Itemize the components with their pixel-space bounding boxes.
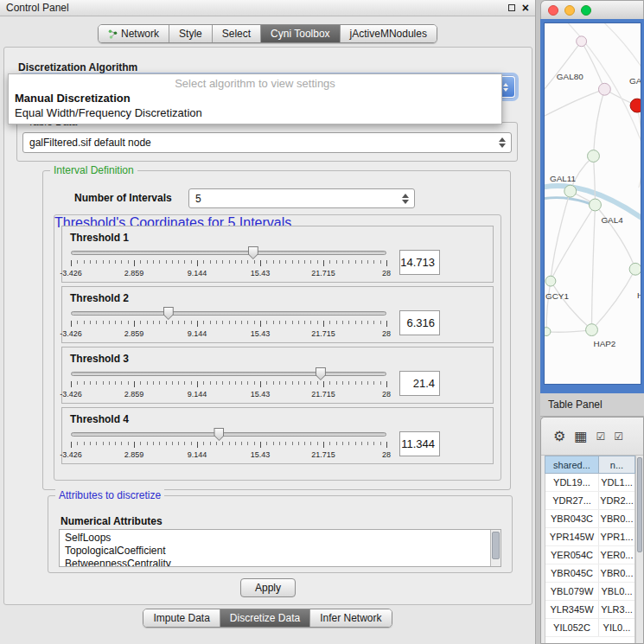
number-of-intervals-combobox[interactable]: 5	[188, 188, 415, 208]
threshold-slider[interactable]: -3.4262.8599.14415.4321.71528	[70, 245, 387, 279]
apply-button[interactable]: Apply	[240, 578, 296, 597]
tab-label: Style	[179, 28, 202, 40]
traffic-close-button[interactable]	[548, 5, 558, 16]
network-window-frame: GAL80GAGAL11GAL4GCY1HHAP2	[540, 19, 644, 393]
table-row[interactable]: YBL079WYBL0...	[545, 583, 634, 601]
threshold-panel: Threshold 1-3.4262.8599.14415.4321.71528…	[61, 226, 494, 283]
threshold-label: Threshold 4	[70, 413, 485, 425]
algorithm-popup: Select algorithm to view settings Manual…	[8, 73, 502, 124]
tab-infer-network[interactable]: Infer Network	[310, 609, 391, 627]
table-cell: YDR27...	[545, 492, 599, 509]
slider-thumb[interactable]	[248, 246, 258, 259]
tab-network[interactable]: Network	[99, 25, 169, 42]
slider-track[interactable]	[71, 432, 386, 437]
close-window-icon[interactable]: ×	[522, 2, 529, 14]
slider-track[interactable]	[71, 251, 386, 255]
attributes-scrollbar[interactable]	[490, 530, 501, 566]
control-panel-window: Control Panel × NetworkStyleSelectCyni T…	[0, 0, 536, 644]
table-cell: YBR0...	[599, 510, 634, 527]
table-row[interactable]: YBR043CYBR0...	[545, 510, 634, 528]
tab-style[interactable]: Style	[169, 25, 213, 42]
table-data-combobox[interactable]: galFiltered.sif default node	[22, 132, 512, 153]
slider-track[interactable]	[71, 372, 386, 376]
table-scrollbar[interactable]	[635, 456, 643, 643]
threshold-panel: Threshold 4-3.4262.8599.14415.4321.71528…	[61, 407, 494, 464]
network-icon	[108, 29, 118, 39]
traffic-minimize-button[interactable]	[564, 5, 575, 16]
table-data-group: Table Data galFiltered.sif default node	[16, 122, 518, 162]
threshold-value-field[interactable]: 14.713	[399, 250, 440, 275]
thresholds-container: Threshold 1-3.4262.8599.14415.4321.71528…	[61, 226, 494, 468]
table-row[interactable]: YLR345WYLR3...	[545, 601, 634, 619]
threshold-row: -3.4262.8599.14415.4321.7152814.713	[70, 245, 485, 279]
window-title: Control Panel	[6, 2, 69, 14]
slider-thumb[interactable]	[316, 367, 326, 380]
tab-label: jActiveMNodules	[350, 28, 427, 40]
table-toolbar: ⚙ ▦ ☑ ☑	[541, 418, 643, 456]
table-panel-titlebar: Table Panel	[540, 393, 644, 417]
gear-icon[interactable]: ⚙	[553, 430, 565, 443]
slider-tick-labels: -3.4262.8599.14415.4321.71528	[71, 269, 386, 277]
threshold-value-field[interactable]: 11.344	[399, 431, 440, 456]
table-row[interactable]: YBR045CYBR0...	[545, 564, 634, 583]
table-header-cell[interactable]: shared...	[545, 456, 598, 474]
table-cell: YDR2...	[599, 492, 634, 509]
table-row[interactable]: YPR145WYPR1...	[545, 528, 634, 546]
attribute-item-topologicalcoefficient[interactable]: TopologicalCoefficient	[65, 545, 501, 558]
threshold-row: -3.4262.8599.14415.4321.7152811.344	[70, 426, 485, 461]
table-cell: YPR1...	[599, 528, 634, 545]
attribute-item-selfloops[interactable]: SelfLoops	[65, 532, 501, 545]
table-row[interactable]: YDL19...YDL1...	[545, 474, 634, 492]
threshold-row: -3.4262.8599.14415.4321.7152821.4	[70, 366, 485, 400]
select-all-checkbox-icon[interactable]: ☑	[596, 431, 605, 442]
table-header: shared...n...	[545, 456, 635, 474]
scrollbar-thumb[interactable]	[637, 457, 642, 552]
float-window-icon[interactable]	[508, 4, 515, 11]
thresholds-group: Threshold's Coordinates for 5 Intervals …	[54, 214, 501, 481]
attributes-group: Attributes to discretize Numerical Attri…	[48, 495, 513, 573]
slider-thumb[interactable]	[214, 428, 224, 441]
select-none-checkbox-icon[interactable]: ☑	[614, 431, 623, 442]
columns-icon[interactable]: ▦	[574, 430, 587, 443]
threshold-row: -3.4262.8599.14415.4321.715286.316	[70, 305, 485, 340]
tab-discretize-data[interactable]: Discretize Data	[220, 609, 310, 627]
slider-ticks	[71, 260, 386, 267]
scrollbar-thumb[interactable]	[492, 532, 500, 559]
table-cell: YIL0...	[599, 619, 634, 636]
traffic-zoom-button[interactable]	[581, 5, 591, 16]
table-row[interactable]: YER054CYER0...	[545, 546, 634, 564]
tab-label: Cyni Toolbox	[271, 28, 329, 40]
table-row[interactable]: YIL052CYIL0...	[545, 619, 634, 637]
tab-jactivemnodules[interactable]: jActiveMNodules	[341, 25, 437, 42]
tab-cyni-toolbox[interactable]: Cyni Toolbox	[261, 25, 340, 42]
table-cell: YIL052C	[545, 619, 599, 636]
table-cell: YER0...	[599, 546, 634, 564]
algorithm-option-manual-discretization[interactable]: Manual Discretization	[9, 91, 501, 105]
slider-thumb[interactable]	[163, 307, 174, 320]
numerical-attributes-label: Numerical Attributes	[61, 515, 163, 527]
network-canvas[interactable]: GAL80GAGAL11GAL4GCY1HHAP2	[544, 22, 641, 385]
threshold-value-field[interactable]: 21.4	[399, 371, 440, 396]
threshold-slider[interactable]: -3.4262.8599.14415.4321.71528	[70, 366, 387, 400]
slider-ticks	[71, 381, 386, 388]
algorithm-option-equal-width-frequency-discretization[interactable]: Equal Width/Frequency Discretization	[9, 105, 501, 120]
threshold-label: Threshold 3	[70, 353, 485, 365]
attributes-list[interactable]: SelfLoopsTopologicalCoefficientBetweenne…	[59, 529, 501, 567]
tab-impute-data[interactable]: Impute Data	[143, 609, 220, 627]
threshold-label: Threshold 2	[70, 292, 485, 304]
table-row[interactable]: YDR27...YDR2...	[545, 492, 634, 510]
table-header-cell[interactable]: n...	[598, 456, 635, 474]
table-cell: YBR043C	[545, 510, 599, 527]
table-data-value: galFiltered.sif default node	[29, 137, 151, 149]
threshold-value-field[interactable]: 6.316	[399, 310, 440, 335]
threshold-slider[interactable]: -3.4262.8599.14415.4321.71528	[70, 426, 387, 461]
threshold-label: Threshold 1	[70, 232, 485, 244]
attribute-item-betweennesscentrality[interactable]: BetweennessCentrality	[65, 558, 501, 567]
tab-select[interactable]: Select	[213, 25, 261, 42]
discretization-algorithm-label: Discretization Algorithm	[18, 61, 137, 73]
slider-track[interactable]	[71, 311, 386, 316]
interval-definition-legend: Interval Definition	[50, 164, 137, 176]
svg-text:GAL11: GAL11	[550, 174, 577, 183]
threshold-slider[interactable]: -3.4262.8599.14415.4321.71528	[70, 305, 387, 340]
cyni-toolbox-panel: Discretization Algorithm Select algorith…	[3, 47, 532, 605]
